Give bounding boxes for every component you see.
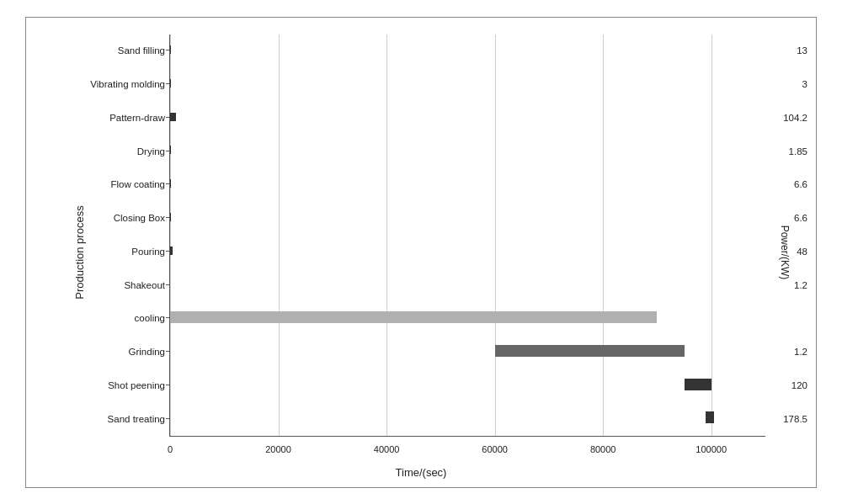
y-axis-label: Production process — [73, 205, 86, 299]
grid-line — [495, 34, 496, 436]
y-row-label: Vibrating molding — [90, 79, 165, 89]
power-label: 120 — [791, 380, 807, 390]
y-row-label: Pattern-draw — [109, 113, 165, 123]
y-row-label: Closing Box — [114, 213, 165, 223]
grid-line — [386, 34, 387, 436]
y-row-label: Shakeout — [124, 280, 165, 290]
y-row-label: Sand filling — [118, 45, 165, 56]
plot-area: 020000400006000080000100000Sand filling1… — [169, 34, 765, 437]
y-row-label: cooling — [135, 313, 165, 323]
bar-pouring — [170, 247, 173, 255]
y-row-label: Sand treating — [108, 414, 165, 424]
bar-sand-treating — [706, 411, 714, 423]
grid-line — [603, 34, 604, 436]
grid-line — [170, 34, 171, 436]
x-axis-label: Time/(sec) — [396, 466, 447, 479]
bar-grinding — [495, 345, 685, 357]
bar-sand-filling — [170, 45, 171, 54]
power-label: 3 — [802, 79, 807, 89]
grid-line — [711, 34, 712, 436]
y-row-label: Pouring — [131, 247, 165, 257]
bar-cooling — [170, 311, 657, 323]
x-tick-label: 60000 — [482, 444, 508, 454]
y-row-label: Shot peening — [108, 380, 165, 390]
power-label: 13 — [797, 45, 807, 56]
grid-line — [279, 34, 280, 436]
x-tick-label: 20000 — [265, 444, 291, 454]
y-row-label: Grinding — [129, 347, 165, 357]
power-label: 6.6 — [794, 213, 807, 223]
chart-container: Production process Power/(KW) Time/(sec)… — [25, 17, 817, 488]
y-row-label: Drying — [137, 146, 165, 157]
y-tick-mark — [166, 385, 170, 385]
power-label: 1.2 — [794, 347, 807, 357]
x-tick-label: 40000 — [374, 444, 400, 454]
power-label: 178.5 — [783, 414, 807, 424]
right-axis-label: Power/(KW) — [780, 225, 791, 279]
power-label: 104.2 — [783, 113, 807, 123]
power-label: 1.2 — [794, 280, 807, 290]
y-tick-mark — [166, 418, 170, 419]
y-row-label: Flow coating — [110, 179, 165, 189]
x-tick-label: 100000 — [695, 444, 727, 454]
bar-pattern-draw — [170, 113, 176, 121]
power-label: 48 — [797, 247, 807, 257]
power-label: 6.6 — [794, 179, 807, 189]
x-tick-label: 0 — [168, 444, 173, 454]
y-tick-mark — [166, 351, 170, 352]
x-tick-label: 80000 — [590, 444, 616, 454]
bar-shot-peening — [685, 379, 711, 390]
power-label: 1.85 — [789, 146, 807, 157]
